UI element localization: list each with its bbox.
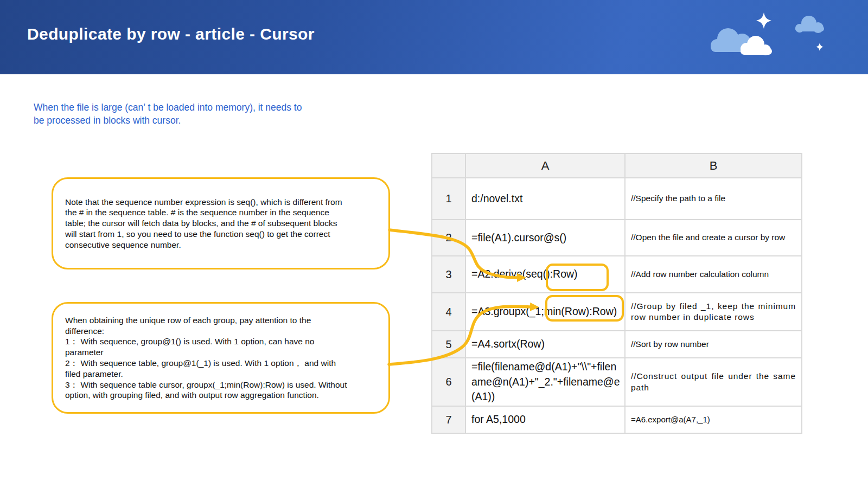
- spreadsheet-table: A B 1 d:/novel.txt //Specify the path to…: [431, 153, 802, 434]
- cell-a5: =A4.sortx(Row): [465, 331, 625, 358]
- callout-group-note: When obtaining the unique row of each gr…: [52, 302, 390, 414]
- intro-text: When the file is large (can’ t be loaded…: [34, 101, 392, 127]
- callout-group-note-text: When obtaining the unique row of each gr…: [65, 315, 347, 401]
- header-bar: Deduplicate by row - article - Cursor: [0, 0, 868, 74]
- table-row: 7 for A5,1000 =A6.export@a(A7,_1): [432, 406, 802, 433]
- cell-b7: =A6.export@a(A7,_1): [625, 406, 802, 433]
- cell-b5: //Sort by row number: [625, 331, 802, 358]
- sparkle-large-icon: [756, 12, 771, 29]
- cell-b3: //Add row number calculation column: [625, 256, 802, 293]
- clouds-decoration: [689, 5, 852, 68]
- corner-cell: [432, 153, 465, 178]
- table-row: 2 =file(A1).cursor@s() //Open the file a…: [432, 220, 802, 256]
- sparkle-small-icon: [816, 43, 824, 51]
- table-row: 1 d:/novel.txt //Specify the path to a f…: [432, 178, 802, 220]
- callout-seq-note-text: Note that the sequence number expression…: [65, 197, 342, 251]
- highlight-box-groupx: [545, 295, 624, 322]
- row-number-5: 5: [432, 331, 465, 358]
- cell-b1: //Specify the path to a file: [625, 178, 802, 220]
- column-header-a: A: [465, 153, 625, 178]
- cell-b4: //Group by filed _1, keep the minimum ro…: [625, 293, 802, 331]
- slide: Deduplicate by row - article - Cursor: [0, 0, 868, 488]
- page-title: Deduplicate by row - article - Cursor: [27, 25, 315, 43]
- table-row: 6 =file(filename@d(A1)+"\\"+filename@n(A…: [432, 358, 802, 406]
- highlight-box-seq: [546, 264, 609, 291]
- cell-b2: //Open the file and create a cursor by r…: [625, 220, 802, 256]
- cell-a1: d:/novel.txt: [465, 178, 625, 220]
- cell-a7: for A5,1000: [465, 406, 625, 433]
- row-number-4: 4: [432, 293, 465, 331]
- row-number-3: 3: [432, 256, 465, 293]
- table-row: 5 =A4.sortx(Row) //Sort by row number: [432, 331, 802, 358]
- row-number-1: 1: [432, 178, 465, 220]
- cell-a6: =file(filename@d(A1)+"\\"+filename@n(A1)…: [465, 358, 625, 406]
- cell-a2: =file(A1).cursor@s(): [465, 220, 625, 256]
- cloud-light-right-icon: [795, 16, 824, 33]
- table-row: 3 =A2.derive(seq():Row) //Add row number…: [432, 256, 802, 293]
- row-number-7: 7: [432, 406, 465, 433]
- row-number-6: 6: [432, 358, 465, 406]
- row-number-2: 2: [432, 220, 465, 256]
- callout-seq-note: Note that the sequence number expression…: [52, 177, 390, 269]
- column-header-b: B: [625, 153, 802, 178]
- cell-b6: //Construct output file under the same p…: [625, 358, 802, 406]
